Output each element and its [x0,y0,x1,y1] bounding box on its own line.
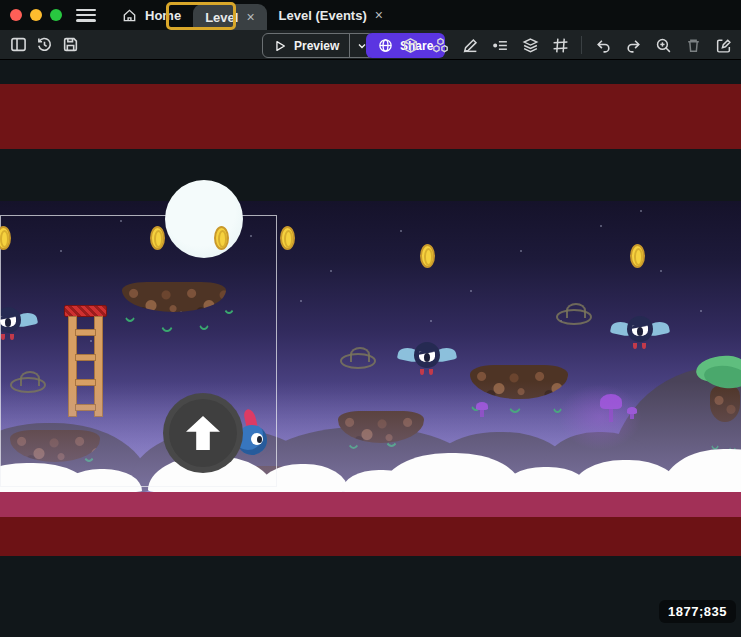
ufo-outline[interactable] [340,353,376,369]
tab-bar: Home Level × Level (Events) × [110,0,395,30]
grid-icon[interactable] [548,33,572,57]
close-tab-icon[interactable]: × [375,7,383,23]
vine [196,290,212,330]
up-arrow-icon [186,416,220,450]
ladder-rung [75,404,96,411]
home-icon [122,8,137,23]
history-icon[interactable] [32,33,56,57]
vine [506,379,524,413]
vine [82,436,96,462]
titlebar: Home Level × Level (Events) × [0,0,741,30]
sky-layer[interactable] [0,201,741,492]
minimize-window-button[interactable] [30,9,42,21]
tab-level-label: Level [205,10,238,25]
star [300,300,302,302]
objects-group-icon[interactable] [428,33,452,57]
panels-icon[interactable] [6,33,30,57]
ladder[interactable] [66,305,105,417]
bat-body [627,316,653,342]
close-tab-icon[interactable]: × [246,9,254,25]
star [470,290,472,292]
star [600,225,602,227]
bat-claw [642,343,646,349]
mushroom[interactable] [600,394,622,422]
jump-control-button[interactable] [163,393,243,473]
bat-claw [429,369,433,375]
platform-top-center[interactable] [100,260,248,334]
bat-enemy[interactable] [612,314,668,350]
star [60,250,62,252]
object-3d-icon[interactable] [398,33,422,57]
tab-home[interactable]: Home [110,0,193,30]
coin[interactable] [420,244,435,268]
ufo-outline[interactable] [556,309,592,325]
ladder-rung [75,354,96,361]
preview-main[interactable]: Preview [263,34,349,57]
close-window-button[interactable] [10,9,22,21]
vine [122,288,138,322]
edit-note-icon[interactable] [711,33,735,57]
vine [158,294,176,332]
pencil-icon[interactable] [458,33,482,57]
trash-icon[interactable] [681,33,705,57]
coin[interactable] [630,244,645,268]
mushroom[interactable] [627,407,637,419]
menu-icon[interactable] [76,9,96,22]
coin[interactable] [280,226,295,250]
cursor-coordinates: 1877;835 [659,600,736,623]
bat-claw [1,334,5,340]
window-controls [10,9,62,21]
vine [346,419,361,449]
bat-eye [632,325,648,336]
coin[interactable] [150,226,165,250]
globe-icon [378,38,393,53]
bat-claw [420,369,424,375]
vine [708,408,722,450]
star [640,210,642,212]
bat-enemy[interactable] [399,340,455,376]
bat-eye [419,351,435,362]
zoom-in-icon[interactable] [651,33,675,57]
ladder-rung [75,329,96,336]
mushroom[interactable] [476,402,488,417]
star [520,250,522,252]
ground-red-band[interactable] [0,517,741,556]
bat-body [0,307,21,333]
redo-icon[interactable] [621,33,645,57]
save-icon[interactable] [58,33,82,57]
tab-level-events[interactable]: Level (Events) × [267,0,395,30]
app-window: Home Level × Level (Events) × Preview [0,0,741,637]
bat-enemy[interactable] [0,305,36,341]
maximize-window-button[interactable] [50,9,62,21]
platform-palm-right[interactable] [700,356,741,456]
tab-level[interactable]: Level × [193,4,266,30]
play-icon [273,39,287,53]
tab-level-events-label: Level (Events) [279,8,367,23]
coin[interactable] [214,226,229,250]
player-eye [251,433,263,445]
star [660,270,662,272]
preview-label: Preview [294,39,339,53]
bat-body [414,342,440,368]
vine [384,421,399,447]
palm-frond [703,363,741,390]
platform-left[interactable] [0,412,118,464]
top-background-band[interactable] [0,84,741,149]
ufo-outline[interactable] [10,377,46,393]
undo-icon[interactable] [591,33,615,57]
instances-list-icon[interactable] [488,33,512,57]
platform-center-bottom[interactable] [322,393,440,451]
moon[interactable] [165,180,243,258]
bat-claw [633,343,637,349]
toolbar: Preview Share [0,30,741,60]
star [250,235,252,237]
bat-pupil [5,318,11,327]
bat-eye [0,316,16,327]
ground-pink-band[interactable] [0,492,741,517]
toolbar-separator [581,36,582,54]
scene-canvas[interactable]: 1877;835 [0,60,741,637]
preview-button[interactable]: Preview [262,33,374,58]
star [120,220,122,222]
bat-pupil [637,327,643,336]
layers-icon[interactable] [518,33,542,57]
